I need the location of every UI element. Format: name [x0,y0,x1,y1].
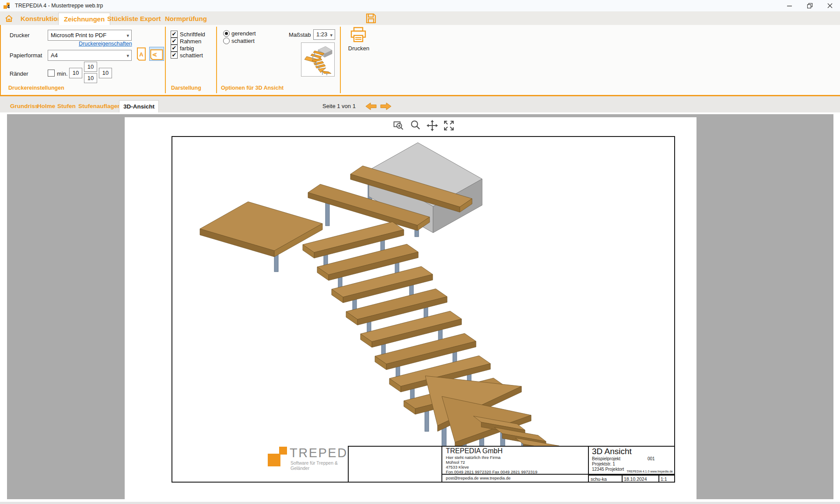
chevron-down-icon: ▾ [126,51,129,61]
window-bottom-strip [0,502,840,504]
view-title: 3D Ansicht [592,447,632,456]
date: 18.10.2024 [624,476,647,482]
raender-label: Ränder [10,70,28,77]
zoom-button[interactable] [409,119,422,132]
previous-page-button[interactable] [365,102,377,111]
min-checkbox[interactable] [48,70,55,77]
3d-preview-thumbnail [301,42,335,77]
section-title-druckereinstellungen: Druckereinstellungen [8,85,64,91]
section-title-darstellung: Darstellung [171,85,201,91]
preview-area: TREPEDIA Software für Treppen & Geländer… [0,112,840,502]
3d-preview-stair-image [301,43,334,76]
project-street: Projektstr. 1 [592,462,615,466]
farbig-label: farbig [180,45,194,52]
chevron-down-icon: ▾ [126,31,129,41]
druckereigenschaften-link[interactable]: Druckereigenschaften [79,41,132,47]
titlebar: 4 TREPEDIA 4 - Mustertreppe web.trp [0,0,840,11]
close-icon [827,3,833,8]
zoom-region-button[interactable] [392,119,406,132]
page-indicator: Seite 1 von 1 [322,100,356,112]
title-block: TREPEDIA GmbH Hier steht natürlich Ihre … [348,446,675,483]
doc-tab-stufenauflagen[interactable]: Stufenauflagen [74,100,125,112]
author: schu-ka [591,476,607,482]
home-icon[interactable] [5,14,13,22]
chevron-down-icon: ▾ [330,30,332,40]
drucken-label: Drucken [345,45,373,52]
margin-bottom-input[interactable]: 10 [84,73,97,83]
massstab-select[interactable]: 1:23▾ [313,29,335,40]
landscape-page-icon: A [150,48,164,61]
svg-text:A: A [151,52,158,57]
document-tab-strip: Grundriss Holme Stufen Stufenauflagen 3D… [0,96,840,112]
papierformat-select[interactable]: A4▾ [48,50,132,61]
close-button[interactable] [820,0,840,11]
minimize-icon [787,3,792,8]
schattiert-checkbox[interactable]: ✔ [171,52,178,59]
schattiert-radio-label: schattiert [231,38,255,44]
gerendert-label: gerendert [231,30,256,37]
schattiert-label: schattiert [180,52,203,59]
next-page-button[interactable] [380,102,392,111]
drucker-select[interactable]: Microsoft Print to PDF▾ [48,30,132,41]
expand-corners-icon [443,120,455,131]
svg-text:A: A [139,51,144,58]
portrait-orientation-button[interactable]: A [136,47,147,61]
portrait-page-icon: A [136,47,147,61]
ribbon-tab-strip: Konstruktion Zeichnungen Stückliste Expo… [0,11,840,25]
margin-left-input[interactable]: 10 [69,68,82,78]
restore-button[interactable] [800,0,820,11]
app-icon: 4 [4,2,11,9]
trepedia-sheet-logo: TREPEDIA Software für Treppen & Geländer [267,447,346,467]
ribbon-panel: Drucker Microsoft Print to PDF▾ Druckere… [0,25,840,96]
drawing-page: TREPEDIA Software für Treppen & Geländer… [125,117,696,500]
version-note: TREPEDIA 4.1.0 www.trepedia.de [626,470,673,473]
doc-tab-3d-ansicht[interactable]: 3D-Ansicht [119,100,159,112]
gerendert-radio[interactable] [223,30,230,37]
minimize-button[interactable] [780,0,800,11]
project-city: 12345 Projektort [592,467,624,472]
arrow-right-icon [380,102,392,111]
zoom-region-icon [393,120,405,131]
logo-tagline: Software für Treppen & Geländer [290,460,346,471]
save-icon[interactable] [366,13,376,24]
project-name: Beispielprojekt [592,456,620,461]
printer-icon [350,27,367,43]
title-block-project: 3D Ansicht Beispielprojekt 001 Projektst… [588,447,674,482]
fit-view-button[interactable] [442,119,455,132]
margin-right-input[interactable]: 10 [99,68,112,78]
schriftfeld-label: Schriftfeld [180,31,205,38]
drawing-frame [172,136,675,483]
window-title: TREPEDIA 4 - Mustertreppe web.trp [15,3,103,9]
papierformat-label: Papierformat [10,52,42,59]
section-title-optionen-3d: Optionen für 3D Ansicht [221,85,284,91]
title-block-bottom-row: schu-ka 18.10.2024 1:1 [589,475,674,482]
landscape-orientation-button[interactable]: A [149,47,164,61]
restore-icon [807,3,813,9]
company-name: TREPEDIA GmbH [446,447,503,455]
margin-top-input[interactable]: 10 [84,62,97,72]
pan-button[interactable] [426,119,439,132]
title-block-company: TREPEDIA GmbH Hier steht natürlich Ihre … [441,447,588,482]
arrow-left-icon [365,102,377,111]
move-arrows-icon [427,120,438,131]
scale: 1:1 [661,476,667,482]
massstab-label: Maßstab [289,32,311,38]
drucker-label: Drucker [10,32,30,38]
schriftfeld-checkbox[interactable]: ✔ [171,31,178,38]
schattiert-radio[interactable] [223,38,230,44]
tab-normpruefung[interactable]: Normprüfung [160,13,212,25]
magnifier-icon [410,120,421,131]
rahmen-label: Rahmen [180,38,201,45]
project-number: 001 [648,456,655,461]
rahmen-checkbox[interactable]: ✔ [171,38,178,45]
min-label: min. [57,70,68,77]
farbig-checkbox[interactable]: ✔ [171,45,178,52]
drucken-button[interactable] [349,27,368,44]
